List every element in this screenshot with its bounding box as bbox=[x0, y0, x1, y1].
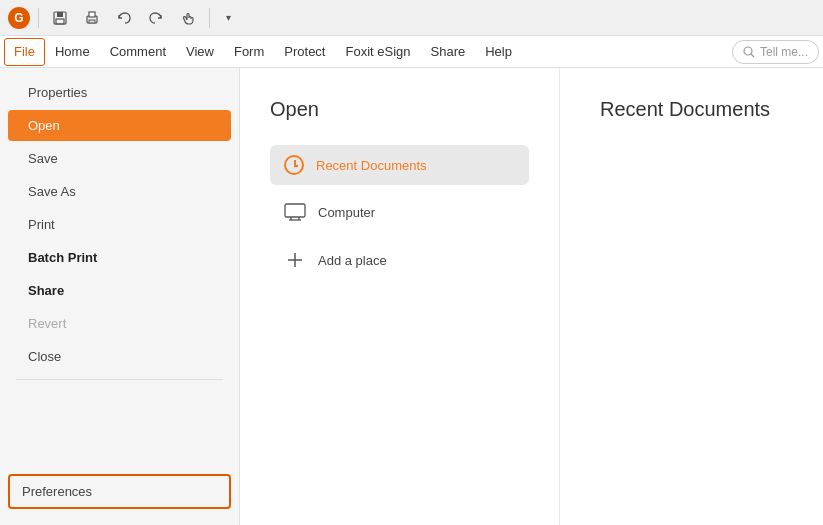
logo-text: G bbox=[14, 11, 23, 25]
save-toolbar-btn[interactable] bbox=[47, 5, 73, 31]
sidebar-item-print[interactable]: Print bbox=[8, 209, 231, 240]
open-option-add-place[interactable]: Add a place bbox=[270, 239, 529, 281]
menu-view-label: View bbox=[186, 44, 214, 59]
sidebar-save-as-label: Save As bbox=[28, 184, 76, 199]
menu-home-label: Home bbox=[55, 44, 90, 59]
sidebar-share-label: Share bbox=[28, 283, 64, 298]
svg-rect-8 bbox=[285, 204, 305, 217]
search-icon bbox=[743, 46, 755, 58]
sidebar-item-preferences[interactable]: Preferences bbox=[8, 474, 231, 509]
menu-comment-label: Comment bbox=[110, 44, 166, 59]
menu-view[interactable]: View bbox=[176, 38, 224, 66]
svg-line-7 bbox=[751, 54, 754, 57]
sidebar-item-close[interactable]: Close bbox=[8, 341, 231, 372]
svg-rect-2 bbox=[56, 19, 64, 24]
content-area: Open Recent Documents Computer bbox=[240, 68, 823, 525]
sidebar: Properties Open Save Save As Print Batch… bbox=[0, 68, 240, 525]
menu-comment[interactable]: Comment bbox=[100, 38, 176, 66]
sidebar-batch-print-label: Batch Print bbox=[28, 250, 97, 265]
menubar: File Home Comment View Form Protect Foxi… bbox=[0, 36, 823, 68]
menu-help[interactable]: Help bbox=[475, 38, 522, 66]
svg-point-6 bbox=[744, 47, 752, 55]
menu-help-label: Help bbox=[485, 44, 512, 59]
recent-documents-title: Recent Documents bbox=[600, 98, 783, 121]
recent-documents-panel: Recent Documents bbox=[560, 68, 823, 525]
menu-share[interactable]: Share bbox=[421, 38, 476, 66]
redo-toolbar-btn[interactable] bbox=[143, 5, 169, 31]
computer-icon bbox=[284, 203, 306, 221]
clock-icon bbox=[284, 155, 304, 175]
main-layout: Properties Open Save Save As Print Batch… bbox=[0, 68, 823, 525]
print-toolbar-btn[interactable] bbox=[79, 5, 105, 31]
sidebar-properties-label: Properties bbox=[28, 85, 87, 100]
sidebar-preferences-label: Preferences bbox=[22, 484, 92, 499]
search-placeholder: Tell me... bbox=[760, 45, 808, 59]
sidebar-item-save[interactable]: Save bbox=[8, 143, 231, 174]
menu-protect[interactable]: Protect bbox=[274, 38, 335, 66]
add-place-icon bbox=[284, 249, 306, 271]
menu-search-box[interactable]: Tell me... bbox=[732, 40, 819, 64]
sidebar-revert-label: Revert bbox=[28, 316, 66, 331]
menu-share-label: Share bbox=[431, 44, 466, 59]
app-logo[interactable]: G bbox=[8, 7, 30, 29]
sidebar-item-revert[interactable]: Revert bbox=[8, 308, 231, 339]
menu-file[interactable]: File bbox=[4, 38, 45, 66]
undo-toolbar-btn[interactable] bbox=[111, 5, 137, 31]
sidebar-item-batch-print[interactable]: Batch Print bbox=[8, 242, 231, 273]
sidebar-open-label: Open bbox=[28, 118, 60, 133]
computer-label: Computer bbox=[318, 205, 375, 220]
menu-file-label: File bbox=[14, 44, 35, 59]
recent-documents-label: Recent Documents bbox=[316, 158, 427, 173]
menu-protect-label: Protect bbox=[284, 44, 325, 59]
sidebar-item-save-as[interactable]: Save As bbox=[8, 176, 231, 207]
open-option-recent[interactable]: Recent Documents bbox=[270, 145, 529, 185]
svg-rect-4 bbox=[89, 12, 95, 17]
menu-form[interactable]: Form bbox=[224, 38, 274, 66]
sidebar-item-open[interactable]: Open bbox=[8, 110, 231, 141]
open-panel-title: Open bbox=[270, 98, 529, 121]
open-panel: Open Recent Documents Computer bbox=[240, 68, 560, 525]
menu-home[interactable]: Home bbox=[45, 38, 100, 66]
toolbar-dropdown-btn[interactable]: ▾ bbox=[218, 8, 238, 28]
svg-rect-1 bbox=[57, 12, 63, 17]
toolbar-divider-2 bbox=[209, 8, 210, 28]
add-place-label: Add a place bbox=[318, 253, 387, 268]
open-option-computer[interactable]: Computer bbox=[270, 193, 529, 231]
sidebar-print-label: Print bbox=[28, 217, 55, 232]
sidebar-item-properties[interactable]: Properties bbox=[8, 77, 231, 108]
svg-rect-5 bbox=[89, 20, 95, 23]
sidebar-item-share[interactable]: Share bbox=[8, 275, 231, 306]
toolbar: G ▾ bbox=[0, 0, 823, 36]
toolbar-divider-1 bbox=[38, 8, 39, 28]
sidebar-save-label: Save bbox=[28, 151, 58, 166]
sidebar-divider bbox=[16, 379, 223, 380]
hand-toolbar-btn[interactable] bbox=[175, 5, 201, 31]
sidebar-close-label: Close bbox=[28, 349, 61, 364]
menu-foxit-esign[interactable]: Foxit eSign bbox=[335, 38, 420, 66]
menu-foxit-esign-label: Foxit eSign bbox=[345, 44, 410, 59]
menu-form-label: Form bbox=[234, 44, 264, 59]
